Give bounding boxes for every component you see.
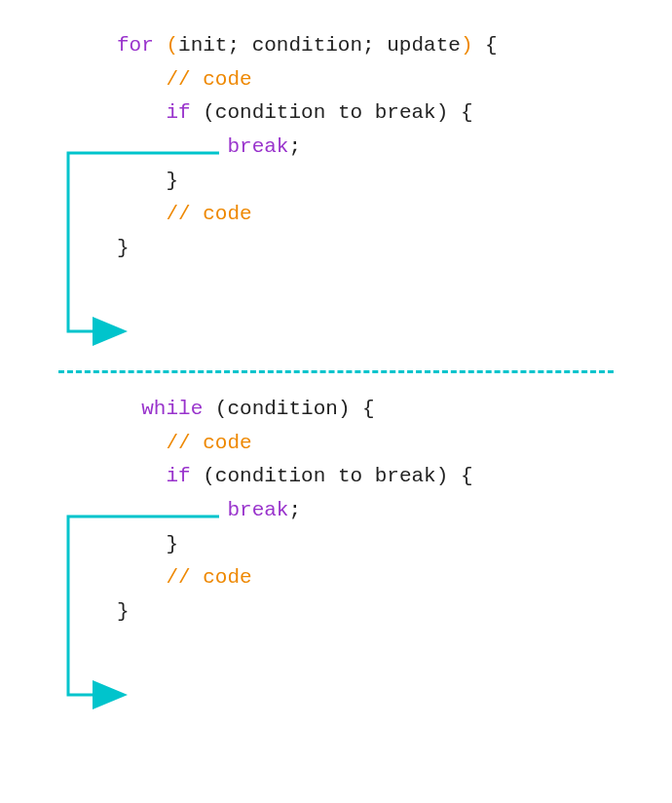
for-loop-block: for (init; condition; update) { // code … (29, 29, 643, 351)
while-close: } (117, 595, 643, 630)
while-cond-text: condition (227, 398, 337, 420)
while-if-close: } (117, 528, 643, 562)
for-break-line: break; (117, 131, 643, 165)
keyword-for: for (117, 34, 154, 57)
keyword-if: if (166, 465, 190, 487)
while-line-1: while (condition) { (117, 393, 643, 427)
for-header-text: init; condition; update (178, 34, 461, 57)
while-if-line: if (condition to break) { (117, 460, 643, 494)
keyword-if: if (166, 101, 190, 124)
for-paren-open: ( (166, 34, 178, 57)
keyword-while: while (141, 398, 203, 420)
for-line-1: for (init; condition; update) { (117, 29, 643, 63)
for-paren-close: ) (461, 34, 473, 57)
for-comment-2: // code (117, 198, 643, 232)
while-comment-1: // code (117, 427, 643, 461)
diagram-container: for (init; condition; update) { // code … (0, 0, 672, 803)
while-comment-2: // code (117, 561, 643, 595)
if-cond-text: condition to break (215, 101, 436, 124)
keyword-break: break (227, 135, 288, 158)
while-if-cond-text: condition to break (215, 465, 436, 487)
while-loop-block: while (condition) { // code if (conditio… (29, 393, 643, 714)
for-comment-1: // code (117, 63, 643, 97)
while-break-line: break; (117, 494, 643, 528)
for-if-line: if (condition to break) { (117, 96, 643, 131)
for-if-close: } (117, 165, 643, 199)
for-brace-open: { (473, 34, 498, 57)
for-close: } (117, 232, 643, 266)
section-divider (58, 370, 614, 373)
keyword-break: break (227, 499, 288, 521)
